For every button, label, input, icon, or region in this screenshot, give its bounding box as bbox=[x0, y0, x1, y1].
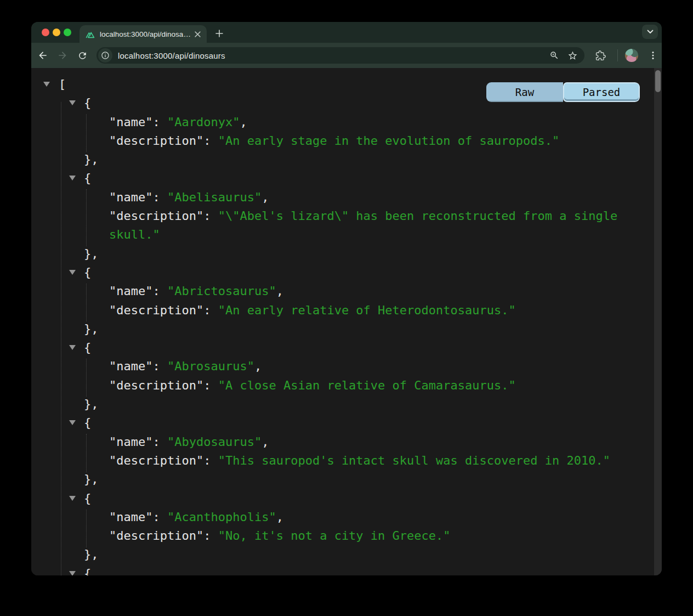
page-content: [ { "name": "Aardonyx", "description": "… bbox=[31, 68, 662, 575]
scrollbar-thumb[interactable] bbox=[655, 70, 661, 92]
toolbar-separator bbox=[617, 49, 618, 61]
chevron-down-icon bbox=[647, 30, 654, 34]
forward-button[interactable] bbox=[57, 50, 68, 61]
json-name-line: "name": "Abrictosaurus", bbox=[31, 282, 654, 301]
json-object-close: }, bbox=[31, 320, 654, 338]
collapse-triangle-icon[interactable] bbox=[69, 420, 76, 425]
json-object-close: }, bbox=[31, 395, 654, 414]
reload-button[interactable] bbox=[77, 50, 88, 61]
parsed-button[interactable]: Parsed bbox=[563, 82, 640, 102]
json-object-close: }, bbox=[31, 150, 654, 169]
json-object: { "name": "Abrictosaurus", "description"… bbox=[31, 263, 654, 338]
json-description-line: "description": "This sauropod's intact s… bbox=[31, 451, 654, 470]
zoom-magnifier-icon[interactable] bbox=[548, 49, 561, 62]
raw-parsed-toggle: Raw Parsed bbox=[486, 82, 640, 102]
new-tab-button[interactable] bbox=[212, 26, 226, 41]
json-object: { "name": "Abydosaurus", "description": … bbox=[31, 414, 654, 489]
json-viewer: [ { "name": "Aardonyx", "description": "… bbox=[31, 68, 654, 575]
extensions-puzzle-icon[interactable] bbox=[594, 49, 607, 62]
collapse-triangle-icon[interactable] bbox=[69, 345, 76, 350]
collapse-triangle-icon[interactable] bbox=[69, 270, 76, 275]
scrollbar-track[interactable] bbox=[654, 68, 662, 575]
json-object: { "name": "Acanthopholis", "description"… bbox=[31, 489, 654, 564]
json-name-line: "name": "Abydosaurus", bbox=[31, 433, 654, 451]
json-object-close: }, bbox=[31, 245, 654, 263]
window-controls bbox=[42, 29, 71, 36]
collapse-triangle-icon[interactable] bbox=[69, 571, 76, 575]
back-button[interactable] bbox=[37, 50, 48, 61]
json-object: { "name": "Abrosaurus", "description": "… bbox=[31, 338, 654, 414]
json-object-open: { bbox=[31, 414, 654, 432]
json-name-line: "name": "Abrosaurus", bbox=[31, 357, 654, 376]
menu-kebab-icon[interactable] bbox=[646, 49, 660, 62]
json-description-line: "description": "An early relative of Het… bbox=[31, 301, 654, 320]
json-description-line: "description": "An early stage in the ev… bbox=[31, 132, 654, 150]
collapse-triangle-icon[interactable] bbox=[43, 82, 50, 87]
url-text: localhost:3000/api/dinosaurs bbox=[118, 51, 548, 60]
site-info-button[interactable] bbox=[98, 48, 112, 63]
json-name-line: "name": "Aardonyx", bbox=[31, 113, 654, 132]
tab-title: localhost:3000/api/dinosaurs bbox=[100, 30, 192, 38]
collapse-triangle-icon[interactable] bbox=[69, 176, 76, 180]
json-object: { "name": "Abelisaurus", "description": … bbox=[31, 169, 654, 263]
json-name-line: "name": "Abelisaurus", bbox=[31, 188, 654, 207]
json-object-open: { bbox=[31, 263, 654, 282]
info-icon bbox=[101, 51, 110, 60]
json-description-line: "description": "\"Abel's lizard\" has be… bbox=[31, 207, 654, 245]
collapse-triangle-icon[interactable] bbox=[69, 496, 76, 501]
json-object-open-partial: { bbox=[31, 564, 654, 575]
bookmark-star-icon[interactable] bbox=[566, 49, 579, 62]
json-description-line: "description": "No, it's not a city in G… bbox=[31, 527, 654, 545]
json-object-close: }, bbox=[31, 545, 654, 564]
json-name-line: "name": "Acanthopholis", bbox=[31, 508, 654, 527]
profile-avatar[interactable] bbox=[625, 49, 638, 62]
collapse-triangle-icon[interactable] bbox=[69, 100, 76, 105]
address-bar[interactable]: localhost:3000/api/dinosaurs bbox=[96, 47, 584, 64]
json-description-line: "description": "A close Asian relative o… bbox=[31, 376, 654, 395]
json-object: { "name": "Aardonyx", "description": "An… bbox=[31, 94, 654, 169]
favicon-mountains-icon bbox=[86, 30, 95, 38]
browser-toolbar: localhost:3000/api/dinosaurs bbox=[31, 43, 662, 68]
tab-close-icon[interactable] bbox=[192, 29, 202, 39]
close-window-button[interactable] bbox=[42, 29, 49, 36]
minimize-window-button[interactable] bbox=[53, 29, 60, 36]
json-object-close: }, bbox=[31, 470, 654, 489]
browser-window: localhost:3000/api/dinosaurs bbox=[31, 22, 662, 575]
json-object-open: { bbox=[31, 338, 654, 357]
tab-strip: localhost:3000/api/dinosaurs bbox=[31, 22, 662, 43]
tab-search-button[interactable] bbox=[642, 25, 658, 39]
browser-tab[interactable]: localhost:3000/api/dinosaurs bbox=[79, 25, 207, 43]
json-object-open: { bbox=[31, 169, 654, 188]
zoom-window-button[interactable] bbox=[64, 29, 71, 36]
json-object-open: { bbox=[31, 489, 654, 508]
raw-button[interactable]: Raw bbox=[486, 82, 563, 102]
